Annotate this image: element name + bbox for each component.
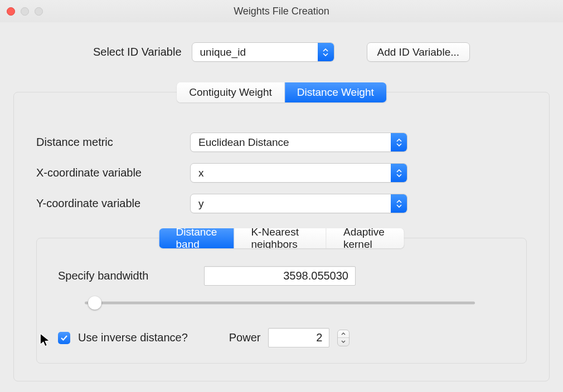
slider-thumb[interactable] — [88, 296, 101, 310]
stepper-down[interactable] — [338, 338, 349, 346]
power-stepper[interactable] — [337, 330, 350, 346]
weight-type-segmented: Contiguity Weight Distance Weight — [177, 82, 386, 102]
id-variable-select[interactable]: unique_id — [192, 42, 334, 62]
chevron-updown-icon — [391, 164, 407, 182]
inverse-distance-row: Use inverse distance? Power — [58, 328, 505, 347]
y-coord-value: y — [191, 198, 391, 210]
titlebar: Weights File Creation — [0, 0, 563, 22]
tab-distance-weight[interactable]: Distance Weight — [285, 82, 386, 102]
x-coord-label: X-coordinate variable — [36, 166, 178, 179]
check-icon — [60, 335, 68, 341]
chevron-down-icon — [341, 340, 346, 343]
bandwidth-label: Specify bandwidth — [58, 270, 192, 282]
id-variable-row: Select ID Variable unique_id Add ID Vari… — [13, 42, 550, 62]
distance-metric-select[interactable]: Euclidean Distance — [190, 133, 407, 152]
method-panel: Distance band K-Nearest neighbors Adapti… — [36, 238, 527, 364]
weight-panel: Contiguity Weight Distance Weight Distan… — [13, 92, 550, 381]
y-coord-row: Y-coordinate variable y — [36, 194, 527, 213]
stepper-up[interactable] — [338, 330, 349, 339]
window-title: Weights File Creation — [0, 6, 563, 17]
tab-distance-band[interactable]: Distance band — [159, 228, 235, 248]
inverse-distance-label: Use inverse distance? — [78, 331, 188, 344]
bandwidth-row: Specify bandwidth — [58, 266, 505, 286]
x-coord-select[interactable]: x — [190, 163, 407, 183]
chevron-updown-icon — [318, 43, 334, 61]
method-segmented: Distance band K-Nearest neighbors Adapti… — [159, 228, 404, 248]
select-id-label: Select ID Variable — [93, 46, 182, 58]
tab-contiguity-weight[interactable]: Contiguity Weight — [177, 82, 285, 102]
window-body: Select ID Variable unique_id Add ID Vari… — [0, 22, 563, 381]
chevron-updown-icon — [391, 133, 407, 151]
tab-k-nearest[interactable]: K-Nearest neighbors — [234, 228, 327, 248]
distance-metric-row: Distance metric Euclidean Distance — [36, 133, 527, 152]
id-variable-select-value: unique_id — [192, 46, 318, 58]
close-window-button[interactable] — [7, 7, 15, 16]
distance-metric-label: Distance metric — [36, 136, 178, 149]
zoom-window-button[interactable] — [35, 7, 43, 16]
distance-metric-value: Euclidean Distance — [191, 136, 391, 149]
bandwidth-slider[interactable] — [85, 297, 475, 309]
use-inverse-distance-checkbox[interactable] — [58, 332, 70, 344]
bandwidth-slider-row — [85, 297, 505, 309]
add-id-variable-button[interactable]: Add ID Variable... — [367, 42, 470, 62]
weights-file-creation-window: Weights File Creation Select ID Variable… — [0, 0, 563, 392]
minimize-window-button[interactable] — [21, 7, 29, 16]
power-input[interactable] — [268, 328, 329, 347]
y-coord-label: Y-coordinate variable — [36, 197, 178, 210]
slider-track — [85, 302, 475, 305]
chevron-up-icon — [341, 332, 346, 335]
x-coord-value: x — [191, 167, 391, 179]
tab-adaptive-kernel[interactable]: Adaptive kernel — [327, 228, 404, 248]
bandwidth-input[interactable] — [204, 266, 356, 286]
y-coord-select[interactable]: y — [190, 194, 407, 213]
x-coord-row: X-coordinate variable x — [36, 163, 527, 183]
power-label: Power — [229, 331, 261, 344]
traffic-lights — [7, 7, 43, 16]
chevron-updown-icon — [391, 194, 407, 213]
cursor-icon — [39, 332, 51, 348]
